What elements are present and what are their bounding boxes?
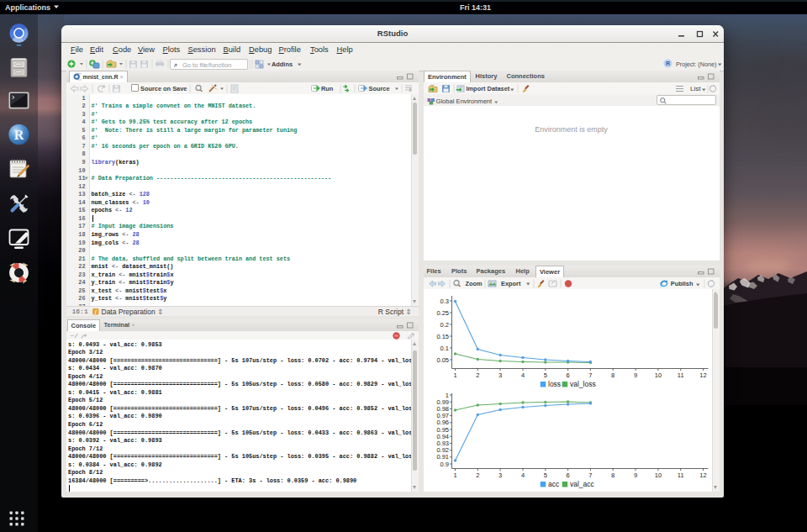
svg-text:5: 5 — [543, 371, 546, 379]
svg-text:5: 5 — [543, 471, 546, 479]
svg-text:0.2: 0.2 — [440, 321, 448, 329]
svg-text:acc: acc — [548, 480, 560, 488]
svg-text:10: 10 — [654, 471, 661, 479]
svg-text:11: 11 — [677, 471, 683, 479]
svg-text:9: 9 — [634, 371, 637, 379]
svg-text:11: 11 — [677, 371, 683, 379]
svg-text:3: 3 — [498, 371, 502, 379]
svg-text:val_loss: val_loss — [570, 380, 596, 388]
svg-text:1: 1 — [453, 471, 456, 479]
svg-text:4: 4 — [520, 371, 524, 379]
svg-text:7: 7 — [588, 471, 592, 479]
svg-text:10: 10 — [654, 371, 661, 379]
svg-text:7: 7 — [588, 371, 592, 379]
svg-text:8: 8 — [611, 371, 614, 379]
svg-text:3: 3 — [498, 471, 502, 479]
svg-text:0.1: 0.1 — [440, 345, 448, 352]
svg-text:6: 6 — [566, 371, 569, 379]
svg-text:8: 8 — [611, 471, 614, 479]
svg-text:4: 4 — [520, 471, 524, 479]
svg-text:0.9: 0.9 — [440, 461, 448, 468]
svg-text:2: 2 — [476, 471, 479, 479]
svg-text:12: 12 — [699, 371, 706, 379]
svg-text:0.25: 0.25 — [436, 309, 449, 317]
svg-text:0.05: 0.05 — [436, 356, 449, 364]
svg-text:0.3: 0.3 — [440, 298, 448, 305]
svg-text:R: R — [14, 128, 24, 142]
svg-text:val_acc: val_acc — [570, 480, 595, 488]
svg-text:12: 12 — [699, 471, 706, 479]
svg-text:0.15: 0.15 — [436, 333, 449, 340]
svg-text:1: 1 — [453, 371, 456, 379]
svg-text:6: 6 — [566, 471, 569, 479]
svg-text:R: R — [666, 61, 670, 66]
svg-text:2: 2 — [476, 371, 479, 379]
svg-text:loss: loss — [548, 380, 561, 388]
svg-text:9: 9 — [634, 471, 637, 479]
